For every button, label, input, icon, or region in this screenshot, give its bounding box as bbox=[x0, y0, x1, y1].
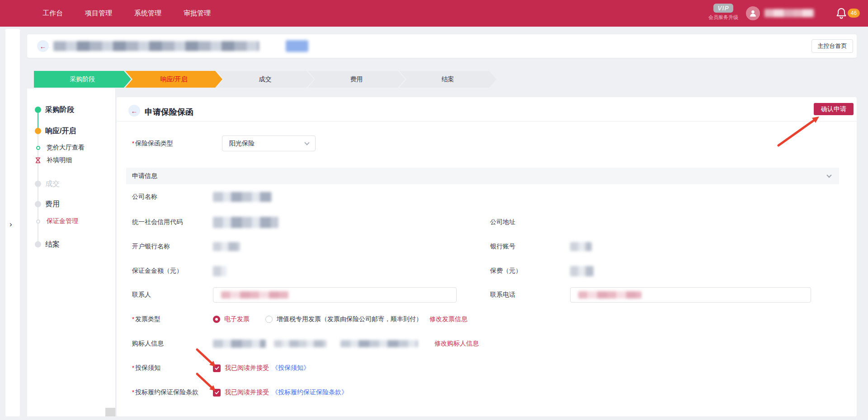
bank-account-label: 银行账号 bbox=[490, 243, 570, 251]
chevron-down-icon bbox=[826, 173, 831, 177]
credit-code-label: 统一社会信用代码 bbox=[132, 218, 213, 226]
form-back-icon[interactable]: ← bbox=[128, 105, 140, 117]
radio-vat-invoice[interactable] bbox=[265, 316, 273, 323]
green-dot-icon bbox=[35, 107, 41, 113]
form-row-bank-name: 开户银行名称 银行账号 bbox=[132, 241, 837, 252]
sidebar-item-bidding-hall[interactable]: 竞价大厅查看 bbox=[27, 144, 115, 151]
step-deal[interactable]: 成交 bbox=[217, 71, 314, 88]
console-home-button[interactable]: 主控台首页 bbox=[811, 39, 853, 53]
scrollbar-thumb[interactable] bbox=[105, 408, 115, 416]
sidebar-item-procurement-stage[interactable]: 采购阶段 bbox=[27, 106, 115, 114]
chevron-down-icon bbox=[304, 140, 309, 145]
page-header: ← 主控台首页 bbox=[27, 34, 857, 58]
page-title: 申请保险保函 bbox=[145, 107, 193, 117]
insurance-type-select[interactable]: 阳光保险 bbox=[222, 135, 316, 151]
electronic-invoice-label: 电子发票 bbox=[224, 315, 250, 323]
step-procurement-stage[interactable]: 采购阶段 bbox=[34, 71, 131, 88]
sidebar-item-label: 采购阶段 bbox=[45, 105, 74, 115]
form-row-invoice-type: *发票类型 电子发票 增值税专用发票（发票由保险公司邮寄，顺丰到付） 修改发票信… bbox=[132, 314, 837, 325]
insurance-notice-checkbox[interactable] bbox=[213, 364, 221, 372]
radio-electronic-invoice[interactable] bbox=[213, 316, 220, 323]
bank-account-redacted bbox=[570, 242, 592, 251]
divider bbox=[117, 121, 857, 121]
premium-redacted bbox=[570, 266, 594, 276]
apply-guarantee-card: ← 申请保险保函 确认申请 *保险保函类型 阳光保险 申请信息 公司名称 统一社… bbox=[117, 97, 857, 416]
bell-icon[interactable] bbox=[836, 8, 847, 19]
sidebar-item-label: 响应/开启 bbox=[45, 126, 76, 136]
notice-doc-link[interactable]: 《投保须知》 bbox=[272, 364, 310, 372]
gray-dot-icon bbox=[35, 201, 41, 207]
sidebar-item-label: 费用 bbox=[45, 200, 60, 209]
vip-upgrade[interactable]: VIP 会员服务升级 bbox=[705, 4, 741, 21]
form-row-deposit: 保证金金额（元） 保费（元） bbox=[132, 266, 837, 276]
agree-text: 我已阅读并接受 bbox=[225, 364, 269, 372]
check-icon bbox=[214, 365, 220, 371]
company-name-label: 公司名称 bbox=[132, 193, 213, 201]
step-fees[interactable]: 费用 bbox=[308, 71, 405, 88]
contact-phone-input[interactable] bbox=[570, 287, 811, 303]
nav-item-system-management[interactable]: 系统管理 bbox=[134, 9, 161, 18]
contact-phone-label: 联系电话 bbox=[490, 291, 570, 299]
form-row-buyer-info: 购标人信息 修改购标人信息 bbox=[132, 338, 837, 349]
form-row-insurance-notice: *投保须知 我已阅读并接受 《投保须知》 bbox=[132, 363, 837, 373]
edit-invoice-link[interactable]: 修改发票信息 bbox=[429, 315, 467, 323]
edit-buyer-link[interactable]: 修改购标人信息 bbox=[434, 340, 479, 348]
person-icon bbox=[749, 9, 757, 18]
check-icon bbox=[214, 390, 220, 395]
step-response-open[interactable]: 响应/开启 bbox=[125, 71, 222, 88]
expand-panel-chevron-icon[interactable]: › bbox=[9, 220, 12, 229]
performance-terms-label: *投标履约保证保险条款 bbox=[132, 388, 213, 397]
buyer-phone-redacted bbox=[340, 340, 418, 347]
notification-count-badge: 46 bbox=[848, 9, 860, 18]
back-icon[interactable]: ← bbox=[37, 40, 49, 52]
form-row-contacts: 联系人 联系电话 bbox=[132, 289, 837, 300]
top-navbar: 工作台 项目管理 系统管理 审批管理 VIP 会员服务升级 46 bbox=[0, 0, 868, 27]
nav-item-workbench[interactable]: 工作台 bbox=[42, 9, 63, 18]
form-row-insurance-type: *保险保函类型 阳光保险 bbox=[132, 138, 837, 149]
sidebar-item-label: 保证金管理 bbox=[47, 217, 78, 225]
deposit-amount-redacted bbox=[213, 266, 226, 276]
user-avatar[interactable] bbox=[746, 6, 760, 20]
buyer-id-redacted bbox=[274, 340, 326, 347]
sidebar-item-label: 结案 bbox=[45, 240, 60, 249]
stage-sidebar: 采购阶段 响应/开启 竞价大厅查看 补填明细 成交 费用 保证金管理 结案 bbox=[27, 89, 116, 416]
vip-caption: 会员服务升级 bbox=[705, 14, 741, 21]
sidebar-item-label: 成交 bbox=[45, 179, 60, 189]
sidebar-item-deposit-management[interactable]: 保证金管理 bbox=[27, 218, 115, 225]
deposit-amount-label: 保证金金额（元） bbox=[132, 267, 213, 275]
sidebar-item-label: 竞价大厅查看 bbox=[47, 144, 85, 152]
confirm-apply-button[interactable]: 确认申请 bbox=[814, 103, 854, 115]
buyer-info-label: 购标人信息 bbox=[132, 340, 213, 348]
section-apply-info[interactable]: 申请信息 bbox=[126, 168, 839, 184]
nav-item-project-management[interactable]: 项目管理 bbox=[85, 9, 112, 18]
contact-person-label: 联系人 bbox=[132, 291, 213, 299]
performance-terms-checkbox[interactable] bbox=[213, 389, 221, 397]
sidebar-item-fill-details[interactable]: 补填明细 bbox=[27, 157, 115, 164]
sidebar-item-fees[interactable]: 费用 bbox=[27, 200, 115, 208]
form-row-performance-terms: *投标履约保证保险条款 我已阅读并接受 《投标履约保证保险条款》 bbox=[132, 387, 837, 398]
form-row-credit-code: 统一社会信用代码 公司地址 bbox=[132, 217, 837, 228]
vat-invoice-label: 增值税专用发票（发票由保险公司邮寄，顺丰到付） bbox=[277, 315, 422, 323]
project-title-redacted bbox=[53, 41, 259, 51]
left-collapse-panel: › bbox=[5, 29, 20, 416]
gray-dot-icon bbox=[35, 241, 41, 247]
contact-person-input[interactable] bbox=[213, 287, 457, 303]
agree-text: 我已阅读并接受 bbox=[225, 388, 269, 397]
hourglass-icon bbox=[35, 157, 41, 163]
buyer-name-redacted bbox=[213, 340, 266, 348]
insurance-notice-label: *投保须知 bbox=[132, 364, 213, 372]
premium-label: 保费（元） bbox=[490, 267, 570, 275]
sidebar-item-deal[interactable]: 成交 bbox=[27, 180, 115, 188]
status-chip-redacted bbox=[286, 40, 308, 52]
company-address-label: 公司地址 bbox=[490, 218, 570, 226]
contact-phone-redacted bbox=[578, 291, 642, 299]
nav-item-approval-management[interactable]: 审批管理 bbox=[184, 9, 211, 18]
invoice-type-label: *发票类型 bbox=[132, 315, 213, 323]
insurance-type-label: *保险保函类型 bbox=[132, 140, 213, 148]
terms-doc-link[interactable]: 《投标履约保证保险条款》 bbox=[272, 388, 348, 397]
sidebar-item-closing[interactable]: 结案 bbox=[27, 240, 115, 248]
process-stepper: 采购阶段 响应/开启 成交 费用 结案 bbox=[34, 71, 500, 88]
sidebar-item-response-open[interactable]: 响应/开启 bbox=[27, 127, 115, 135]
step-closing[interactable]: 结案 bbox=[399, 71, 496, 88]
gray-ring-icon bbox=[36, 219, 40, 224]
